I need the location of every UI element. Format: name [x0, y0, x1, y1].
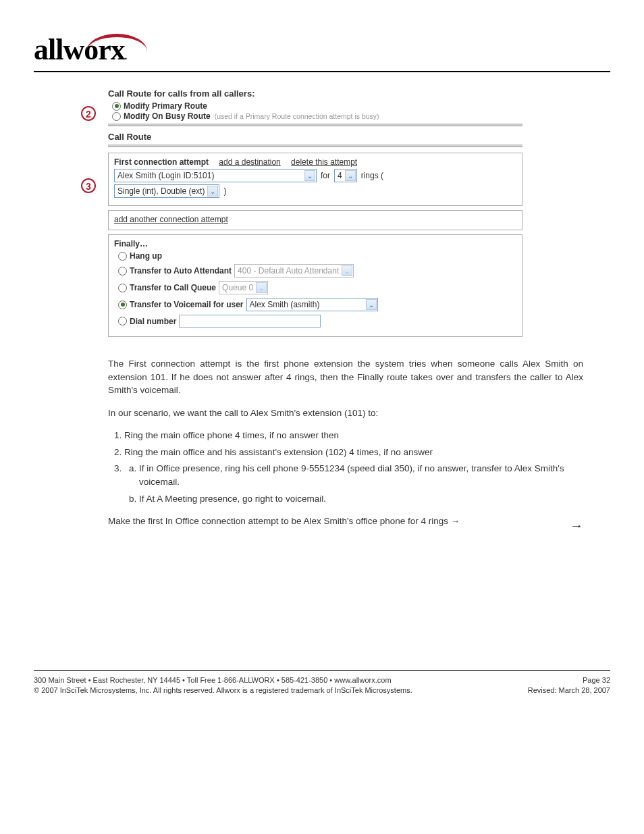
call-route-label: Call Route — [108, 132, 522, 142]
radio-modify-primary[interactable]: Modify Primary Route — [108, 101, 522, 111]
logo: allworx. — [34, 32, 126, 67]
radio-checked-icon — [118, 301, 127, 309]
arrow-right-icon: → — [570, 516, 583, 536]
paragraph-1: The First connection attempt is the firs… — [108, 357, 583, 397]
scenario-list: Ring the main office phone 4 times, if n… — [124, 429, 583, 505]
aa-select-value: 400 - Default Auto Attendant — [238, 266, 339, 276]
vm-user-value: Alex Smith (asmith) — [250, 300, 320, 309]
paragraph-3-text: Make the first In Office connection atte… — [108, 516, 460, 526]
dial-number-label: Dial number — [130, 317, 176, 326]
radio-transfer-aa[interactable]: Transfer to Auto Attendant 400 - Default… — [114, 264, 516, 278]
chevron-down-icon: ⌄ — [304, 170, 315, 181]
page-footer: 300 Main Street • East Rochester, NY 144… — [34, 670, 610, 694]
radio-transfer-vm[interactable]: Transfer to Voicemail for user Alex Smit… — [114, 298, 516, 311]
ring-count-select[interactable]: 4 ⌄ — [334, 169, 357, 182]
call-route-header: Call Route for calls from all callers: — [108, 88, 522, 99]
first-attempt-box: First connection attempt add a destinati… — [108, 153, 522, 206]
chevron-down-icon: ⌄ — [366, 299, 377, 310]
footer-copyright: © 2007 InSciTek Microsystems, Inc. All r… — [34, 686, 412, 694]
user-select-value: Alex Smith (Login ID:5101) — [117, 171, 214, 180]
chevron-down-icon: ⌄ — [256, 282, 267, 293]
radio-unchecked-icon — [118, 267, 127, 276]
radio-primary-label: Modify Primary Route — [124, 101, 207, 111]
finally-box: Finally… Hang up Transfer to Auto Attend… — [108, 234, 522, 337]
step-2-row: 2 Call Route for calls from all callers:… — [108, 88, 522, 147]
transfer-aa-label: Transfer to Auto Attendant — [130, 266, 232, 276]
list-item: Ring the main office phone 4 times, if n… — [124, 429, 583, 442]
add-another-link[interactable]: add another connection attempt — [114, 215, 228, 224]
chevron-down-icon: ⌄ — [342, 265, 352, 276]
for-label: for — [321, 171, 330, 180]
close-paren: ) — [223, 186, 226, 196]
radio-hangup[interactable]: Hang up — [114, 251, 516, 261]
radio-unchecked-icon — [118, 284, 127, 292]
step-3-row: 3 First connection attempt add a destina… — [108, 153, 522, 337]
radio-unchecked-icon — [118, 317, 127, 325]
paragraph-2-lead: In our scenario, we want the call to Ale… — [108, 407, 583, 420]
paragraph-3: → Make the first In Office connection at… — [108, 515, 583, 528]
rings-label: rings ( — [361, 171, 383, 180]
radio-unchecked-icon — [118, 252, 127, 261]
body-text: The First connection attempt is the firs… — [108, 357, 583, 528]
queue-select-value: Queue 0 — [222, 283, 253, 292]
transfer-vm-label: Transfer to Voicemail for user — [130, 300, 244, 309]
radio-unchecked-icon — [112, 112, 121, 121]
list-item: If in Office presence, ring his cell pho… — [124, 462, 583, 505]
footer-address: 300 Main Street • East Rochester, NY 144… — [34, 676, 392, 684]
delete-attempt-link[interactable]: delete this attempt — [291, 157, 357, 167]
list-item: Ring the main office and his assistant's… — [124, 446, 583, 459]
queue-select: Queue 0 ⌄ — [219, 281, 268, 294]
ring-count-value: 4 — [338, 171, 342, 180]
list-item: If At A Meeting presence, go right to vo… — [139, 492, 583, 506]
chevron-down-icon: ⌄ — [345, 170, 356, 181]
logo-dot: . — [125, 51, 127, 61]
header-logo-area: allworx. — [34, 32, 610, 72]
step-badge-3: 3 — [81, 178, 96, 193]
finally-label: Finally… — [114, 239, 516, 249]
add-another-box: add another connection attempt — [108, 210, 522, 230]
separator — [108, 145, 522, 147]
add-destination-link[interactable]: add a destination — [219, 157, 280, 167]
footer-revised: Revised: March 28, 2007 — [528, 686, 610, 694]
list-item: If in Office presence, ring his cell pho… — [139, 462, 583, 488]
separator — [108, 124, 522, 126]
user-select[interactable]: Alex Smith (Login ID:5101) ⌄ — [114, 169, 317, 182]
first-attempt-label: First connection attempt — [114, 157, 209, 167]
transfer-queue-label: Transfer to Call Queue — [130, 283, 216, 292]
radio-busy-label: Modify On Busy Route — [124, 111, 211, 121]
radio-busy-hint: (used if a Primary Route connection atte… — [215, 112, 379, 120]
ring-type-value: Single (int), Double (ext) — [117, 186, 205, 196]
radio-transfer-queue[interactable]: Transfer to Call Queue Queue 0 ⌄ — [114, 281, 516, 294]
vm-user-select[interactable]: Alex Smith (asmith) ⌄ — [246, 298, 378, 311]
ring-type-select[interactable]: Single (int), Double (ext) ⌄ — [114, 184, 219, 198]
radio-dial-number[interactable]: Dial number — [114, 315, 516, 328]
footer-page: Page 32 — [583, 676, 610, 684]
hangup-label: Hang up — [130, 251, 162, 261]
step-badge-2: 2 — [81, 106, 96, 121]
radio-checked-icon — [112, 102, 121, 111]
dial-number-input[interactable] — [179, 315, 321, 328]
chevron-down-icon: ⌄ — [207, 186, 218, 197]
aa-select: 400 - Default Auto Attendant ⌄ — [234, 264, 354, 278]
radio-modify-busy[interactable]: Modify On Busy Route (used if a Primary … — [108, 111, 522, 121]
